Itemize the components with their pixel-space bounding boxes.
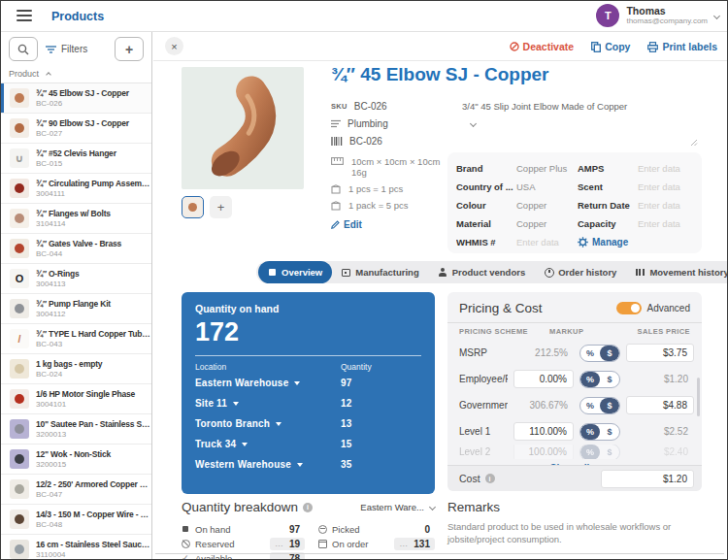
tab[interactable]: Order history [535, 261, 626, 283]
tab[interactable]: Manufacturing [332, 261, 428, 283]
sales-price-field[interactable]: $4.88 [626, 396, 694, 414]
dollar-option[interactable]: $ [600, 346, 619, 361]
dollar-option[interactable]: $ [600, 398, 619, 413]
deactivate-icon [510, 42, 519, 51]
hamburger-menu-icon[interactable] [17, 10, 32, 22]
product-sku: BC-048 [36, 520, 150, 529]
percent-dollar-toggle[interactable]: % $ [579, 445, 620, 459]
product-thumbnail-image [10, 299, 29, 318]
copy-button[interactable]: Copy [591, 41, 630, 52]
breakdown-value-pill[interactable]: … 97 [284, 523, 305, 536]
list-item[interactable]: ¾″ 90 Elbow SJ - Copper BC-027 [1, 114, 151, 144]
deactivate-button[interactable]: Deactivate [510, 41, 575, 52]
percent-option[interactable]: % [580, 445, 600, 459]
sales-price-field[interactable]: $3.75 [626, 344, 694, 362]
attribute-value-field[interactable]: Copper Plus [516, 163, 572, 174]
edit-button[interactable]: Edit [331, 219, 440, 230]
category-dropdown[interactable]: Plumbing [331, 118, 476, 129]
sort-column-header[interactable]: Product [1, 67, 151, 83]
attribute-value-field[interactable]: Copper [516, 200, 572, 211]
avatar: T [596, 4, 619, 27]
breakdown-value-pill[interactable]: … 0 [419, 523, 435, 536]
sales-price-field[interactable]: $1.20 [626, 371, 694, 387]
percent-option[interactable]: % [580, 424, 600, 440]
sales-price-field[interactable]: $2.40 [626, 445, 694, 459]
breakdown-status-icon [182, 540, 190, 548]
location-dropdown[interactable]: Truck 34 [195, 439, 248, 449]
dollar-option[interactable]: $ [600, 424, 619, 440]
remarks-field[interactable]: Standard product to be used in wholesale… [447, 521, 680, 546]
advanced-toggle[interactable]: Advanced [616, 302, 690, 314]
list-item[interactable]: ∪ ¾″ #52 Clevis Hanger BC-015 [1, 144, 151, 174]
attribute-value-field[interactable]: Copper [516, 218, 572, 229]
markup-field[interactable]: 306.67% [513, 397, 574, 413]
breakdown-value: 19 [289, 539, 300, 549]
list-item[interactable]: 1/6 HP Motor Single Phase 3004101 [1, 384, 151, 414]
attribute-value-field[interactable]: Enter data [638, 181, 693, 192]
user-menu[interactable]: T Thomas thomas@company.com [596, 4, 719, 27]
pencil-icon [331, 220, 340, 229]
list-item[interactable]: 1 kg bags - empty BC-024 [1, 354, 151, 384]
list-item[interactable]: ¾″ Circulating Pump Assembly T... 300411… [1, 174, 151, 204]
list-item[interactable]: 14/3 - 150 M - Copper Wire - Bla... BC-0… [1, 505, 151, 535]
list-item[interactable]: 10" Sautee Pan - Stainless Steel 3200013 [1, 414, 151, 445]
location-dropdown[interactable]: Site 11 [195, 398, 239, 409]
percent-dollar-toggle[interactable]: % $ [579, 371, 620, 388]
description-resize-handle[interactable] [690, 139, 698, 147]
markup-field[interactable]: 100.00% [513, 445, 574, 459]
percent-dollar-toggle[interactable]: % $ [579, 345, 620, 362]
list-item[interactable]: 12" Wok - Non-Stick 3200015 [1, 445, 151, 475]
attribute-value-field[interactable]: USA [516, 181, 572, 192]
attribute-value-field[interactable]: Enter data [638, 218, 693, 229]
description-field[interactable]: 3/4" 45 Slip Joint Elbow Made of Copper [462, 101, 714, 112]
list-item[interactable]: ¾″ Pump Flange Kit 3004112 [1, 294, 151, 324]
tab[interactable]: Overview [258, 261, 332, 283]
percent-dollar-toggle[interactable]: % $ [579, 423, 620, 441]
product-sku: 3200013 [36, 430, 150, 439]
attribute-value-field[interactable]: Enter data [638, 200, 693, 211]
list-item[interactable]: O ¾″ O-Rings 3004113 [1, 264, 151, 294]
list-item[interactable]: ¾″ 45 Elbow SJ - Copper BC-026 [1, 83, 151, 114]
percent-option[interactable]: % [580, 372, 600, 387]
sales-price-field[interactable]: $2.52 [626, 423, 694, 440]
manage-attributes-button[interactable]: Manage [578, 233, 693, 251]
product-image[interactable] [182, 67, 304, 189]
list-item[interactable]: / ¾″ TYPE L Hard Copper Tube - 1... BC-0… [1, 324, 151, 354]
breakdown-value-pill[interactable]: … 19 [270, 538, 305, 550]
breakdown-location-dropdown[interactable]: Eastern Ware... [360, 502, 435, 512]
markup-field[interactable]: 0.00% [513, 370, 574, 388]
location-dropdown[interactable]: Toronto Branch [195, 418, 281, 429]
attribute-value-field[interactable]: Enter data [516, 237, 572, 247]
cost-field[interactable]: $1.20 [601, 470, 694, 488]
list-item[interactable]: 16 cm - Stainless Steel Sauce Pa... 3110… [1, 535, 151, 560]
category-value: Plumbing [347, 118, 388, 129]
dollar-option[interactable]: $ [600, 372, 619, 387]
percent-option[interactable]: % [580, 346, 600, 361]
location-dropdown[interactable]: Eastern Warehouse [195, 378, 300, 388]
cost-label: Cost [459, 473, 480, 484]
add-product-button[interactable]: + [115, 37, 144, 61]
breakdown-status-icon [182, 525, 190, 534]
list-item[interactable]: 12/2 - 250' Armored Copper Spo... BC-047 [1, 475, 151, 505]
photo-thumbnail-selected[interactable] [182, 196, 204, 218]
tab[interactable]: Movement history [626, 261, 728, 283]
percent-dollar-toggle[interactable]: % $ [579, 397, 620, 414]
more-icon: … [275, 553, 284, 560]
search-button[interactable] [9, 37, 38, 61]
tab[interactable]: Product vendors [429, 261, 536, 283]
print-labels-button[interactable]: Print labels [647, 41, 717, 52]
markup-field[interactable]: 212.5% [513, 345, 574, 361]
scrollbar-thumb[interactable] [697, 378, 700, 416]
list-item[interactable]: ¾″ Flanges w/ Bolts 3104114 [1, 204, 151, 234]
copy-label: Copy [605, 41, 630, 52]
add-photo-button[interactable]: + [210, 196, 232, 218]
location-dropdown[interactable]: Western Warehouse [195, 459, 303, 470]
markup-field[interactable]: 110.00% [513, 422, 574, 441]
list-item[interactable]: ¾″ Gates Valve - Brass BC-044 [1, 234, 151, 264]
filters-button[interactable]: Filters [46, 37, 87, 61]
percent-option[interactable]: % [580, 398, 600, 413]
breakdown-value-pill[interactable]: … 131 [394, 538, 435, 550]
close-button[interactable]: × [165, 37, 183, 55]
attribute-value-field[interactable]: Enter data [638, 163, 693, 174]
dollar-option[interactable]: $ [600, 445, 619, 459]
